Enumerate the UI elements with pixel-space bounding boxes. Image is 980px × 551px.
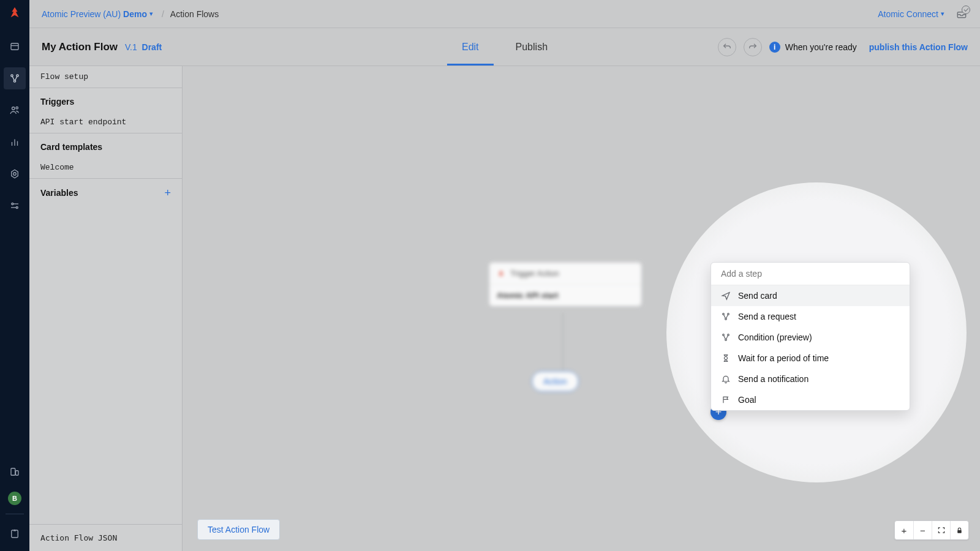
svg-point-5 [12,107,15,110]
user-avatar[interactable]: B [8,492,21,505]
svg-point-24 [728,334,729,336]
nav-config-icon[interactable] [4,195,26,217]
step-condition[interactable]: Condition (preview) [711,327,910,348]
svg-point-12 [12,203,13,205]
sidebar-triggers-head: Triggers [29,88,182,111]
svg-rect-27 [957,530,962,533]
step-send-card[interactable]: Send card [711,285,910,306]
check-badge-icon [962,6,970,14]
atomic-connect-label: Atomic Connect [878,9,938,19]
svg-point-6 [16,107,18,109]
flow-version[interactable]: V.1 Draft [125,42,162,52]
svg-rect-0 [11,43,18,50]
breadcrumb-page[interactable]: Action Flows [170,9,219,19]
flow-title: My Action Flow [42,41,118,53]
publish-hint-text: When you're ready [785,42,857,52]
step-label: Send a notification [738,374,809,384]
version-status: Draft [142,42,162,52]
svg-point-25 [725,339,727,341]
tab-edit[interactable]: Edit [462,28,479,66]
nav-devices-icon[interactable] [4,461,26,483]
svg-point-11 [13,173,17,176]
nav-analytics-icon[interactable] [4,131,26,153]
nav-settings-icon[interactable] [4,163,26,185]
version-number: V.1 [125,42,137,52]
publish-link[interactable]: publish this Action Flow [869,42,968,52]
svg-rect-16 [11,468,15,475]
breadcrumb-bar: Atomic Preview (AU) Demo ▾ / Action Flow… [29,0,980,28]
inbox-icon[interactable] [956,8,968,20]
popup-title: Add a step [711,263,910,285]
chevron-down-icon[interactable]: ▾ [149,10,153,18]
zoom-out-button[interactable]: − [913,521,932,539]
branch-icon [721,332,731,342]
send-icon [721,291,731,301]
svg-rect-18 [12,530,18,538]
svg-rect-17 [16,471,19,476]
trigger-node-name: Atomic API start [489,285,641,306]
undo-button[interactable] [718,38,736,56]
step-label: Wait for a period of time [738,353,829,363]
chevron-down-icon: ▾ [941,10,944,18]
nav-users-icon[interactable] [4,99,26,121]
svg-point-22 [725,318,727,320]
test-flow-button[interactable]: Test Action Flow [197,519,280,540]
breadcrumb-workspace[interactable]: Atomic Preview (AU) [42,9,121,19]
tab-publish[interactable]: Publish [516,28,548,66]
step-label: Goal [738,395,756,405]
rail-divider [6,514,24,514]
zoom-controls: + − [894,520,969,540]
fit-screen-button[interactable] [932,521,950,539]
step-label: Send card [738,291,777,301]
add-step-popup: Add a step Send card Send a request Cond… [710,262,910,411]
step-wait[interactable]: Wait for a period of time [711,348,910,369]
bell-icon [721,374,731,384]
wait-icon [721,353,731,363]
atomic-connect-link[interactable]: Atomic Connect ▾ [878,9,944,19]
svg-point-4 [13,80,15,82]
breadcrumb-env[interactable]: Demo [123,9,147,19]
trigger-node-type: Trigger Action [510,269,559,278]
sidebar-variables-label: Variables [40,188,78,198]
redo-button[interactable] [744,38,762,56]
publish-hint: i When you're ready publish this Action … [769,42,968,53]
nav-help-icon[interactable] [4,523,26,545]
request-icon [721,312,731,321]
add-variable-button[interactable]: + [164,187,171,198]
step-label: Condition (preview) [738,332,812,342]
sidebar-trigger-item[interactable]: API start endpoint [29,111,182,133]
nav-cards-icon[interactable] [4,36,26,58]
flow-canvas[interactable]: Trigger Action Atomic API start Action +… [183,66,980,551]
nav-flows-icon[interactable] [4,67,26,89]
page-header: My Action Flow V.1 Draft Edit Publish i … [29,28,980,66]
sidebar-flow-setup[interactable]: Flow setup [29,66,182,88]
sidebar-variables-head: Variables + [29,179,182,203]
svg-point-23 [723,334,725,336]
svg-point-14 [16,207,18,209]
step-label: Send a request [738,312,796,321]
sidebar-template-item[interactable]: Welcome [29,157,182,178]
svg-marker-10 [12,170,18,178]
step-send-request[interactable]: Send a request [711,306,910,327]
header-tabs: Edit Publish [462,28,548,66]
sidebar-templates-head: Card templates [29,133,182,157]
info-icon: i [769,42,780,53]
side-panel: Flow setup Triggers API start endpoint C… [29,66,183,551]
svg-point-3 [17,75,18,77]
action-pill[interactable]: Action [532,371,579,392]
app-logo [8,6,21,20]
trigger-node[interactable]: Trigger Action Atomic API start [489,262,642,307]
sidebar-json-link[interactable]: Action Flow JSON [29,524,182,551]
step-goal[interactable]: Goal [711,389,910,410]
flag-icon [721,395,731,405]
breadcrumb-sep: / [162,9,164,19]
svg-point-21 [728,313,729,315]
connector-line [562,313,564,371]
step-notification[interactable]: Send a notification [711,369,910,389]
app-logo-icon [497,269,505,278]
svg-point-20 [723,313,725,315]
nav-rail: B [0,0,29,551]
svg-point-2 [11,75,13,77]
zoom-in-button[interactable]: + [895,521,913,539]
lock-button[interactable] [950,521,968,539]
